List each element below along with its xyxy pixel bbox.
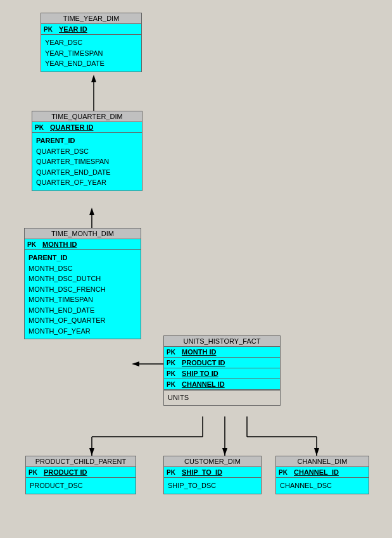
field-channel-dsc: CHANNEL_DSC: [280, 480, 365, 491]
field-month-timespan: MONTH_TIMESPAN: [28, 294, 137, 305]
field-month-dsc-french: MONTH_DSC_FRENCH: [28, 284, 137, 295]
time-month-dim-fields: PARENT_ID MONTH_DSC MONTH_DSC_DUTCH MONT…: [25, 250, 141, 339]
cd-pk-row: PK SHIP_TO_ID: [164, 467, 261, 478]
uhf-month-id: MONTH ID: [182, 348, 216, 356]
pcp-fields: PRODUCT_DSC: [26, 478, 136, 494]
time-quarter-dim-fields: PARENT_ID QUARTER_DSC QUARTER_TIMESPAN Q…: [32, 133, 142, 191]
pk-label-q: PK: [35, 124, 47, 131]
field-quarter-dsc: QUARTER_DSC: [36, 146, 138, 157]
field-parent-id-m: PARENT_ID: [28, 253, 137, 263]
svg-marker-11: [222, 448, 227, 456]
pk-label-m: PK: [27, 241, 40, 248]
svg-marker-5: [132, 361, 139, 366]
svg-marker-3: [89, 208, 94, 215]
field-product-dsc: PRODUCT_DSC: [30, 480, 132, 491]
pk-label-pcp: PK: [28, 469, 41, 476]
pcp-pk-row: PK PRODUCT ID: [26, 467, 136, 478]
svg-marker-9: [89, 448, 94, 456]
field-ship-to-dsc: SHIP_TO_DSC: [168, 480, 257, 491]
ship-to-id-field: SHIP_TO_ID: [182, 468, 222, 476]
pk-label: PK: [44, 26, 56, 33]
uhf-product-id: PRODUCT ID: [182, 359, 225, 366]
field-month-end-date: MONTH_END_DATE: [28, 305, 137, 316]
product-child-parent-table: PRODUCT_CHILD_PARENT PK PRODUCT ID PRODU…: [25, 456, 136, 494]
pk-label-cd: PK: [167, 469, 179, 476]
pk-label-chd: PK: [279, 469, 291, 476]
units-history-fact-table: UNITS_HISTORY_FACT PK MONTH ID PK PRODUC…: [163, 335, 281, 406]
field-month-dsc-dutch: MONTH_DSC_DUTCH: [28, 273, 137, 284]
chd-pk-row: PK CHANNEL_ID: [276, 467, 369, 478]
time-quarter-dim-header: TIME_QUARTER_DIM: [32, 111, 142, 122]
field-units: UNITS: [168, 392, 276, 403]
field-year-end-date: YEAR_END_DATE: [45, 58, 137, 69]
time-month-dim-table: TIME_MONTH_DIM PK MONTH ID PARENT_ID MON…: [24, 228, 141, 339]
pk-label-uhf4: PK: [167, 381, 179, 388]
month-id-field: MONTH ID: [42, 241, 77, 248]
time-quarter-dim-table: TIME_QUARTER_DIM PK QUARTER ID PARENT_ID…: [32, 111, 142, 191]
uhf-plain-fields: UNITS: [164, 390, 280, 405]
year-id-field: YEAR ID: [59, 25, 87, 33]
quarter-id-field: QUARTER ID: [50, 123, 93, 131]
channel-dim-table: CHANNEL_DIM PK CHANNEL_ID CHANNEL_DSC: [275, 456, 369, 494]
time-year-dim-table: TIME_YEAR_DIM PK YEAR ID YEAR_DSC YEAR_T…: [41, 13, 142, 72]
time-month-dim-pk-row: PK MONTH ID: [25, 239, 141, 250]
time-year-dim-fields: YEAR_DSC YEAR_TIMESPAN YEAR_END_DATE: [41, 35, 141, 72]
time-year-dim-header: TIME_YEAR_DIM: [41, 13, 141, 24]
field-month-of-quarter: MONTH_OF_QUARTER: [28, 315, 137, 326]
channel-dim-header: CHANNEL_DIM: [276, 456, 369, 467]
uhf-pk-row-channel: PK CHANNEL ID: [164, 379, 280, 390]
field-parent-id-q: PARENT_ID: [36, 135, 138, 146]
field-month-dsc: MONTH_DSC: [28, 263, 137, 274]
svg-marker-1: [91, 75, 96, 82]
product-id-field: PRODUCT ID: [44, 468, 87, 476]
pk-label-uhf3: PK: [167, 370, 179, 377]
svg-marker-15: [314, 448, 319, 456]
uhf-ship-to-id: SHIP TO ID: [182, 370, 218, 377]
uhf-pk-row-month: PK MONTH ID: [164, 347, 280, 358]
field-quarter-of-year: QUARTER_OF_YEAR: [36, 177, 138, 188]
pk-label-uhf2: PK: [167, 360, 179, 366]
uhf-channel-id: CHANNEL ID: [182, 380, 225, 388]
field-month-of-year: MONTH_OF_YEAR: [28, 326, 137, 337]
field-quarter-end-date: QUARTER_END_DATE: [36, 167, 138, 178]
time-month-dim-header: TIME_MONTH_DIM: [25, 228, 141, 239]
field-year-dsc: YEAR_DSC: [45, 37, 137, 48]
customer-dim-header: CUSTOMER_DIM: [164, 456, 261, 467]
uhf-pk-row-product: PK PRODUCT ID: [164, 358, 280, 368]
uhf-pk-row-ship: PK SHIP TO ID: [164, 368, 280, 379]
field-quarter-timespan: QUARTER_TIMESPAN: [36, 156, 138, 167]
time-year-dim-pk-row: PK YEAR ID: [41, 24, 141, 35]
pk-label-uhf1: PK: [167, 349, 179, 356]
time-quarter-dim-pk-row: PK QUARTER ID: [32, 122, 142, 133]
field-year-timespan: YEAR_TIMESPAN: [45, 48, 137, 59]
diagram-area: TIME_YEAR_DIM PK YEAR ID YEAR_DSC YEAR_T…: [0, 0, 392, 538]
channel-id-field: CHANNEL_ID: [294, 468, 339, 476]
customer-dim-table: CUSTOMER_DIM PK SHIP_TO_ID SHIP_TO_DSC: [163, 456, 262, 494]
units-history-fact-header: UNITS_HISTORY_FACT: [164, 336, 280, 347]
cd-fields: SHIP_TO_DSC: [164, 478, 261, 494]
product-child-parent-header: PRODUCT_CHILD_PARENT: [26, 456, 136, 467]
chd-fields: CHANNEL_DSC: [276, 478, 369, 494]
